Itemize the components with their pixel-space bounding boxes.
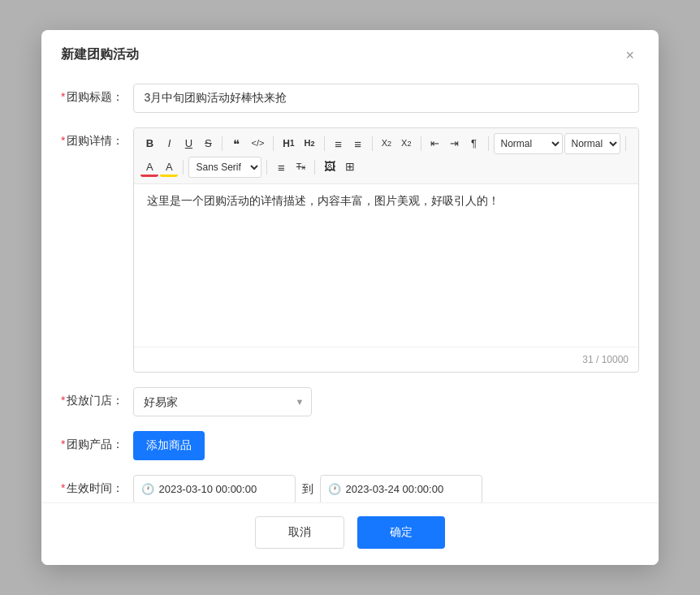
font-family-select[interactable]: Sans Serif Serif Monospace [188,157,261,178]
store-select[interactable]: 好易家 [133,387,312,416]
detail-required-star: * [61,134,65,147]
dialog-title: 新建团购活动 [61,46,139,63]
store-required-star: * [61,394,65,407]
dialog-footer: 取消 确定 [41,502,659,565]
pilcrow-button[interactable]: ¶ [465,134,483,153]
start-datetime-input[interactable] [133,475,296,503]
store-label: *投放门店： [61,387,133,408]
editor-toolbar: B I U S ❝ </> H1 H2 ≡ ≡ X2 [134,128,638,184]
store-control-wrap: 好易家 ▼ [133,387,639,416]
separator-2 [273,136,274,151]
insert-table-button[interactable]: ⊞ [341,157,359,178]
dialog-header: 新建团购活动 × [41,30,659,77]
italic-button[interactable]: I [160,134,178,153]
time-label: *生效时间： [61,475,133,496]
ordered-list-button[interactable]: ≡ [330,133,348,155]
font-size-select-1[interactable]: Normal Heading 1 Heading 2 [494,133,563,154]
confirm-button[interactable]: 确定 [357,516,445,549]
subscript-button[interactable]: X2 [378,135,395,152]
h2-button[interactable]: H2 [300,135,319,152]
title-row: *团购标题： [61,84,639,113]
strikethrough-button[interactable]: S [199,134,217,153]
time-row: *生效时间： 🕐 到 🕐 [61,475,639,503]
title-required-star: * [61,90,65,103]
separator-9 [266,160,267,175]
bold-button[interactable]: B [140,134,158,153]
separator-8 [183,160,184,175]
quote-button[interactable]: ❝ [227,133,245,155]
separator-1 [222,136,223,151]
detail-control-wrap: B I U S ❝ </> H1 H2 ≡ ≡ X2 [133,127,639,373]
rich-text-editor: B I U S ❝ </> H1 H2 ≡ ≡ X2 [133,127,639,373]
clear-format-button[interactable]: Tx [292,158,309,175]
editor-char-count: 31 / 10000 [134,347,638,372]
unordered-list-button[interactable]: ≡ [349,133,367,155]
h1-button[interactable]: H1 [279,135,298,153]
superscript-button[interactable]: X2 [397,135,415,152]
product-row: *团购产品： 添加商品 [61,431,639,460]
outdent-button[interactable]: ⇥ [446,134,464,153]
store-row: *投放门店： 好易家 ▼ [61,387,639,416]
separator-4 [372,136,373,151]
start-datetime-wrap: 🕐 [133,475,296,503]
end-datetime-wrap: 🕐 [320,475,482,503]
datetime-range: 🕐 到 🕐 [133,475,639,503]
editor-text: 这里是一个团购活动的详情描述，内容丰富，图片美观，好吸引人的！ [147,194,499,207]
title-label: *团购标题： [61,84,133,105]
detail-row: *团购详情： B I U S ❝ </> H1 H2 [61,127,639,373]
product-required-star: * [61,438,65,451]
separator-3 [324,136,325,151]
product-control-wrap: 添加商品 [133,431,639,460]
cancel-button[interactable]: 取消 [255,516,344,549]
font-color-button[interactable]: A [140,157,158,177]
add-product-button[interactable]: 添加商品 [133,431,205,460]
separator-5 [421,136,421,151]
store-select-wrap: 好易家 ▼ [133,387,312,416]
product-label: *团购产品： [61,431,133,452]
code-button[interactable]: </> [247,135,268,152]
close-button[interactable]: × [620,46,639,64]
title-input[interactable] [133,84,639,113]
new-group-buy-dialog: 新建团购活动 × *团购标题： *团购详情： B I U [41,30,659,566]
insert-image-button[interactable]: 🖼 [320,157,339,178]
font-size-select-2[interactable]: Normal Small Large [564,133,620,154]
indent-button[interactable]: ⇤ [426,134,444,153]
font-highlight-button[interactable]: A [160,157,178,177]
separator-6 [488,136,489,151]
time-required-star: * [61,481,65,494]
time-control-wrap: 🕐 到 🕐 [133,475,639,503]
separator-10 [314,160,315,175]
underline-button[interactable]: U [179,134,197,153]
end-datetime-input[interactable] [320,475,482,503]
separator-7 [625,136,626,151]
title-control-wrap [133,84,639,113]
dialog-body: *团购标题： *团购详情： B I U S ❝ [41,77,659,503]
detail-label: *团购详情： [61,127,133,149]
editor-content[interactable]: 这里是一个团购活动的详情描述，内容丰富，图片美观，好吸引人的！ [134,184,638,347]
datetime-to-label: 到 [302,482,313,497]
align-center-button[interactable]: ≡ [272,157,290,179]
